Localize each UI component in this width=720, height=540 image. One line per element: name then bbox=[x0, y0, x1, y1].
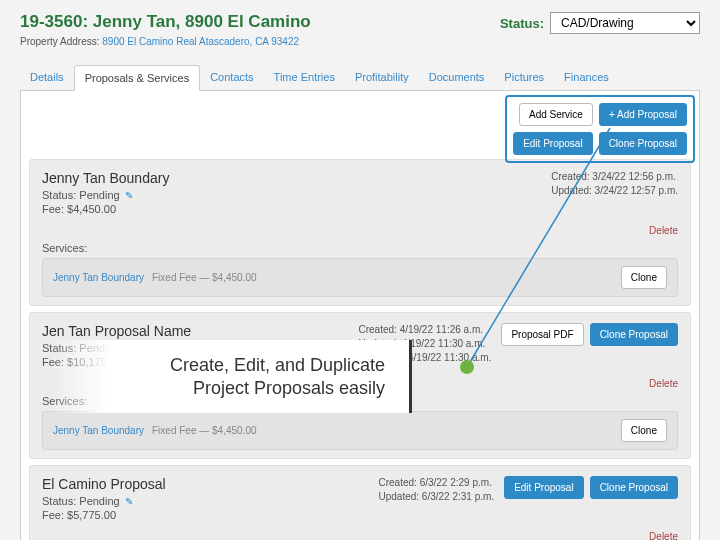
edit-proposal-button[interactable]: Edit Proposal bbox=[513, 132, 592, 155]
pencil-icon[interactable]: ✎ bbox=[125, 190, 133, 201]
page-header: 19-3560: Jenny Tan, 8900 El Camino Prope… bbox=[20, 12, 700, 47]
tab-pictures[interactable]: Pictures bbox=[494, 65, 554, 90]
tab-proposals-services[interactable]: Proposals & Services bbox=[74, 65, 201, 91]
tab-bar: DetailsProposals & ServicesContactsTime … bbox=[20, 65, 700, 91]
proposal-name: Jenny Tan Boundary bbox=[42, 170, 169, 186]
proposal-fee: Fee: $4,450.00 bbox=[42, 203, 169, 215]
clone-proposal-button[interactable]: Clone Proposal bbox=[599, 132, 687, 155]
proposal-meta: Created: 6/3/22 2:29 p.m.Updated: 6/3/22… bbox=[379, 476, 495, 504]
tab-profitability[interactable]: Profitability bbox=[345, 65, 419, 90]
property-address-link[interactable]: 8900 El Camino Real Atascadero, CA 93422 bbox=[102, 36, 299, 47]
clone-proposal-button[interactable]: Clone Proposal bbox=[590, 476, 678, 499]
proposal-name: El Camino Proposal bbox=[42, 476, 166, 492]
annotation-dot bbox=[460, 360, 474, 374]
delete-link[interactable]: Delete bbox=[42, 531, 678, 540]
service-detail: Fixed Fee — $4,450.00 bbox=[152, 425, 257, 436]
clone-service-button[interactable]: Clone bbox=[621, 419, 667, 442]
action-callout: Add Service + Add Proposal Edit Proposal… bbox=[505, 95, 695, 163]
service-name[interactable]: Jenny Tan Boundary bbox=[53, 272, 144, 283]
status-select[interactable]: CAD/Drawing bbox=[550, 12, 700, 34]
add-proposal-button[interactable]: + Add Proposal bbox=[599, 103, 687, 126]
proposal-meta: Created: 3/24/22 12:56 p.m.Updated: 3/24… bbox=[551, 170, 678, 198]
service-row: Jenny Tan BoundaryFixed Fee — $4,450.00C… bbox=[42, 258, 678, 297]
proposals-panel: Add Service + Add Proposal Edit Proposal… bbox=[20, 91, 700, 540]
proposal-status: Status: Pending ✎ bbox=[42, 189, 169, 201]
edit-proposal-button[interactable]: Edit Proposal bbox=[504, 476, 583, 499]
service-name[interactable]: Jenny Tan Boundary bbox=[53, 425, 144, 436]
status-label: Status: bbox=[500, 16, 544, 31]
tab-time-entries[interactable]: Time Entries bbox=[264, 65, 345, 90]
proposal-card: Jenny Tan BoundaryStatus: Pending ✎Fee: … bbox=[29, 159, 691, 306]
annotation-overlay: Create, Edit, and Duplicate Project Prop… bbox=[110, 340, 412, 413]
proposal-pdf-button[interactable]: Proposal PDF bbox=[501, 323, 583, 346]
proposal-status: Status: Pending ✎ bbox=[42, 495, 166, 507]
tab-contacts[interactable]: Contacts bbox=[200, 65, 263, 90]
property-address-row: Property Address: 8900 El Camino Real At… bbox=[20, 36, 311, 47]
tab-details[interactable]: Details bbox=[20, 65, 74, 90]
proposal-card: El Camino ProposalStatus: Pending ✎Fee: … bbox=[29, 465, 691, 540]
tab-finances[interactable]: Finances bbox=[554, 65, 619, 90]
proposal-fee: Fee: $5,775.00 bbox=[42, 509, 166, 521]
service-row: Jenny Tan BoundaryFixed Fee — $4,450.00C… bbox=[42, 411, 678, 450]
delete-link[interactable]: Delete bbox=[42, 225, 678, 236]
add-service-button[interactable]: Add Service bbox=[519, 103, 593, 126]
project-title: 19-3560: Jenny Tan, 8900 El Camino bbox=[20, 12, 311, 32]
clone-service-button[interactable]: Clone bbox=[621, 266, 667, 289]
clone-proposal-button[interactable]: Clone Proposal bbox=[590, 323, 678, 346]
pencil-icon[interactable]: ✎ bbox=[125, 496, 133, 507]
services-label: Services: bbox=[42, 242, 678, 254]
service-detail: Fixed Fee — $4,450.00 bbox=[152, 272, 257, 283]
proposal-name: Jen Tan Proposal Name bbox=[42, 323, 191, 339]
tab-documents[interactable]: Documents bbox=[419, 65, 495, 90]
